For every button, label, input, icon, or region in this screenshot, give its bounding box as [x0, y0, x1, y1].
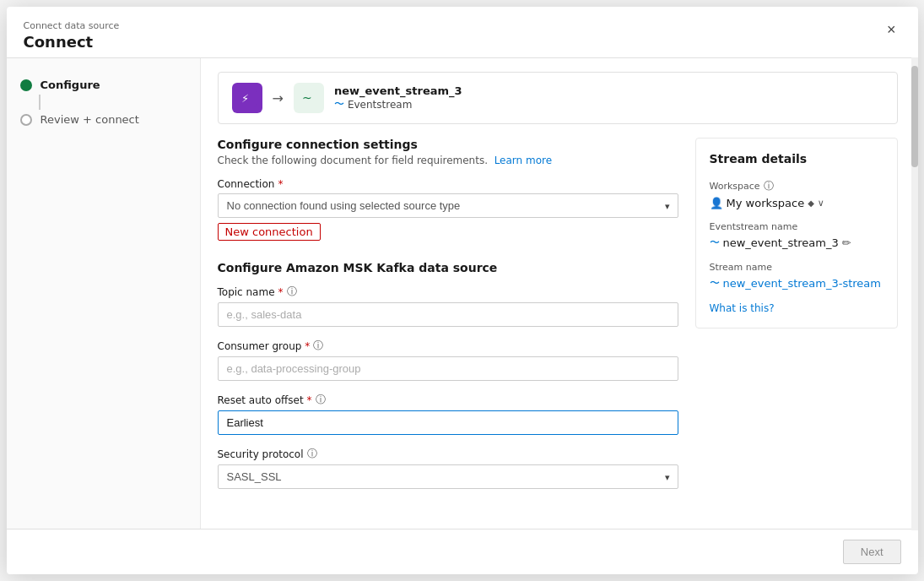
- stream-panel-title: Stream details: [710, 152, 883, 166]
- form-section-title: Configure connection settings: [218, 138, 678, 151]
- security-protocol-select[interactable]: SASL_SSL: [218, 464, 678, 489]
- eventstream-name-icon: 〜: [710, 236, 720, 250]
- sidebar-item-review: Review + connect: [41, 113, 139, 126]
- consumer-required-star: *: [305, 340, 310, 352]
- consumer-group-field-group: Consumer group * ⓘ: [218, 339, 678, 381]
- workspace-value: 👤 My workspace ◆ ∨: [710, 197, 883, 209]
- security-protocol-select-wrapper: SASL_SSL ▾: [218, 464, 678, 489]
- topic-info-icon[interactable]: ⓘ: [287, 285, 297, 299]
- step-circle-configure: [20, 79, 32, 91]
- connection-select[interactable]: No connection found using selected sourc…: [218, 193, 678, 218]
- section-subtitle-text: Check the following document for field r…: [218, 155, 489, 166]
- main-content: ⚡ → ~ new_event_stream_3 〜 Eventstream: [201, 58, 918, 529]
- connection-required-star: *: [278, 178, 283, 190]
- sidebar-step-configure[interactable]: Configure: [20, 79, 186, 91]
- learn-more-link[interactable]: Learn more: [494, 155, 552, 166]
- security-protocol-field-group: Security protocol ⓘ SASL_SSL ▾: [218, 447, 678, 489]
- two-column-layout: Configure connection settings Check the …: [218, 138, 898, 515]
- form-section-subtitle: Check the following document for field r…: [218, 155, 678, 166]
- security-protocol-label-text: Security protocol: [218, 448, 304, 460]
- close-button[interactable]: ×: [882, 20, 901, 39]
- reset-auto-offset-field-group: Reset auto offset * ⓘ Earliest: [218, 393, 678, 435]
- workspace-chevron-icon[interactable]: ∨: [818, 198, 824, 209]
- source-icon: ⚡: [232, 83, 262, 113]
- eventstream-name-value: 〜 new_event_stream_3 ✏: [710, 236, 883, 250]
- topic-name-label-text: Topic name: [218, 286, 275, 298]
- workspace-name: My workspace: [727, 197, 805, 209]
- eventstream-small-icon: 〜: [334, 97, 344, 111]
- diamond-icon: ◆: [808, 198, 814, 208]
- new-connection-link[interactable]: New connection: [218, 223, 321, 241]
- dialog-header: Connect data source Connect ×: [7, 7, 918, 58]
- connection-banner: ⚡ → ~ new_event_stream_3 〜 Eventstream: [218, 72, 898, 124]
- topic-name-input[interactable]: [218, 302, 678, 327]
- sidebar-item-configure: Configure: [41, 79, 100, 91]
- workspace-label-text: Workspace: [710, 181, 760, 192]
- dialog-footer: Next: [7, 529, 918, 574]
- reset-auto-offset-input[interactable]: Earliest: [218, 410, 678, 435]
- svg-text:~: ~: [302, 91, 312, 105]
- topic-required-star: *: [278, 286, 284, 298]
- reset-info-icon[interactable]: ⓘ: [316, 393, 326, 407]
- eventstream-name-text: new_event_stream_3: [723, 236, 839, 249]
- reset-auto-offset-label: Reset auto offset * ⓘ: [218, 393, 678, 407]
- destination-type: 〜 Eventstream: [334, 97, 462, 111]
- stream-name-label: Stream name: [710, 262, 883, 273]
- workspace-label: Workspace ⓘ: [710, 179, 883, 193]
- stream-details-panel: Stream details Workspace ⓘ 👤 My workspac…: [695, 138, 898, 329]
- stream-name-detail: Stream name 〜 new_event_stream_3-stream: [710, 262, 883, 290]
- consumer-group-input[interactable]: [218, 356, 678, 381]
- person-icon: 👤: [710, 197, 723, 209]
- connection-field-group: Connection * No connection found using s…: [218, 178, 678, 241]
- what-is-this-link[interactable]: What is this?: [710, 302, 883, 314]
- header-title-group: Connect data source Connect: [24, 20, 120, 51]
- edit-icon[interactable]: ✏: [842, 236, 851, 249]
- step-circle-review: [20, 114, 32, 126]
- stream-name-value: 〜 new_event_stream_3-stream: [710, 276, 883, 290]
- scrollbar-thumb[interactable]: [911, 66, 918, 167]
- connection-label-text: Connection: [218, 178, 275, 190]
- workspace-info-icon[interactable]: ⓘ: [764, 179, 774, 193]
- eventstream-name-label-text: Eventstream name: [710, 221, 798, 232]
- stream-name-icon: 〜: [710, 276, 720, 290]
- reset-auto-offset-label-text: Reset auto offset: [218, 394, 304, 406]
- reset-required-star: *: [307, 394, 312, 406]
- destination-type-label: Eventstream: [348, 99, 412, 111]
- dialog-title: Connect: [24, 33, 120, 51]
- sidebar: Configure Review + connect: [7, 58, 201, 529]
- kafka-section-title: Configure Amazon MSK Kafka data source: [218, 261, 678, 274]
- form-panel: Configure connection settings Check the …: [218, 138, 678, 515]
- eventstream-name-label: Eventstream name: [710, 221, 883, 232]
- eventstream-name-detail: Eventstream name 〜 new_event_stream_3 ✏: [710, 221, 883, 250]
- consumer-info-icon[interactable]: ⓘ: [313, 339, 323, 353]
- consumer-group-label: Consumer group * ⓘ: [218, 339, 678, 353]
- stream-name-label-text: Stream name: [710, 262, 773, 273]
- next-button[interactable]: Next: [843, 540, 901, 564]
- dialog-body: Configure Review + connect ⚡ →: [7, 58, 918, 529]
- security-protocol-label: Security protocol ⓘ: [218, 447, 678, 461]
- dialog: Connect data source Connect × Configure …: [7, 7, 918, 574]
- topic-name-field-group: Topic name * ⓘ: [218, 285, 678, 327]
- destination-info: new_event_stream_3 〜 Eventstream: [334, 84, 462, 111]
- topic-name-label: Topic name * ⓘ: [218, 285, 678, 299]
- connection-label: Connection *: [218, 178, 678, 190]
- consumer-group-label-text: Consumer group: [218, 340, 302, 352]
- stream-name-text: new_event_stream_3-stream: [723, 277, 881, 290]
- workspace-detail: Workspace ⓘ 👤 My workspace ◆ ∨: [710, 179, 883, 209]
- connection-select-wrapper: No connection found using selected sourc…: [218, 193, 678, 218]
- security-info-icon[interactable]: ⓘ: [307, 447, 317, 461]
- destination-name: new_event_stream_3: [334, 84, 462, 97]
- sidebar-step-review[interactable]: Review + connect: [20, 113, 186, 126]
- svg-text:⚡: ⚡: [241, 92, 249, 105]
- dialog-subtitle: Connect data source: [24, 20, 120, 31]
- arrow-icon: →: [273, 90, 284, 106]
- scrollbar[interactable]: [911, 57, 918, 530]
- step-connector: [39, 95, 41, 110]
- destination-icon: ~: [294, 83, 324, 113]
